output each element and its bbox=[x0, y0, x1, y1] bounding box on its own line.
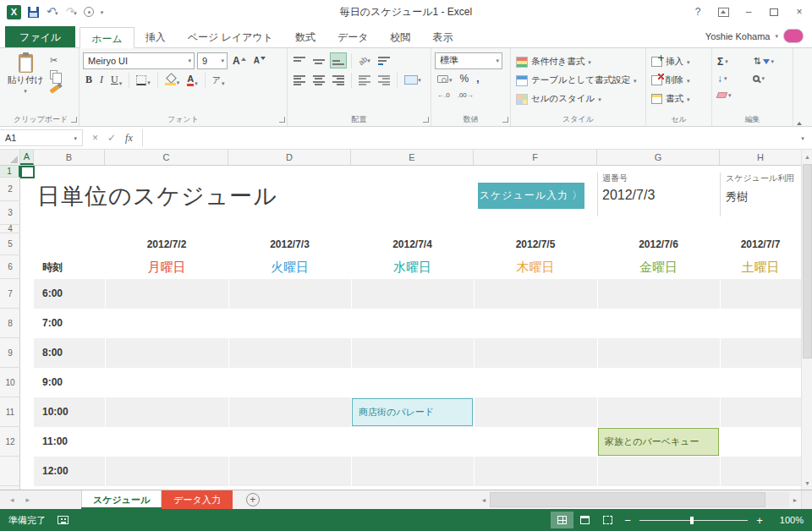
cut-button[interactable]: ✂ bbox=[50, 55, 59, 66]
tab-formulas[interactable]: 数式 bbox=[284, 26, 326, 47]
name-box[interactable]: A1 ▾ bbox=[0, 129, 83, 146]
sheet-nav-left-icon[interactable]: ◂ bbox=[10, 495, 14, 504]
comma-style-button[interactable]: , bbox=[474, 72, 481, 85]
align-right-button[interactable] bbox=[330, 72, 347, 88]
active-cell-a1[interactable] bbox=[20, 166, 35, 178]
day-cell-tue[interactable]: 火曜日 bbox=[228, 255, 351, 279]
row-header-8[interactable]: 8 bbox=[0, 309, 20, 338]
align-center-button[interactable] bbox=[310, 72, 327, 88]
row-header-12[interactable]: 12 bbox=[0, 427, 20, 457]
day-cell-fri[interactable]: 金曜日 bbox=[597, 255, 720, 279]
orientation-button[interactable]: ab▾ bbox=[356, 52, 373, 68]
column-header-b[interactable]: B bbox=[34, 150, 105, 165]
sheet-nav-right-icon[interactable]: ▸ bbox=[26, 495, 30, 504]
page-break-view-button[interactable] bbox=[596, 512, 619, 528]
align-left-button[interactable] bbox=[291, 72, 308, 88]
horizontal-scrollbar[interactable]: ◄ ► bbox=[478, 492, 801, 507]
customize-qat-icon[interactable]: ▾ bbox=[101, 9, 104, 15]
find-select-button[interactable]: ▾ bbox=[753, 71, 787, 85]
schedule-title[interactable]: 日単位のスケジュール bbox=[37, 178, 277, 215]
clear-button[interactable]: ▾ bbox=[717, 88, 744, 102]
column-header-g[interactable]: G bbox=[597, 150, 720, 165]
schedule-input-button[interactable]: スケジュール入力 〉 bbox=[478, 183, 584, 209]
time-cell-1200[interactable]: 12:00 bbox=[34, 457, 105, 486]
column-header-c[interactable]: C bbox=[105, 150, 228, 165]
autosum-button[interactable]: Σ▾ bbox=[717, 54, 744, 68]
time-cell-800[interactable]: 8:00 bbox=[34, 338, 105, 368]
phonetic-guide-button[interactable]: ア▾ bbox=[210, 74, 228, 87]
paste-button[interactable]: 貼り付け ▾ bbox=[5, 51, 46, 94]
tab-home[interactable]: ホーム bbox=[80, 27, 134, 48]
row-header-11[interactable]: 11 bbox=[0, 397, 20, 427]
font-size-combo[interactable]: 9▾ bbox=[197, 52, 228, 69]
macro-record-icon[interactable] bbox=[58, 516, 69, 524]
vertical-scrollbar[interactable]: ▲ ▼ bbox=[801, 150, 812, 490]
font-color-button[interactable]: A▾ bbox=[184, 73, 200, 87]
number-format-combo[interactable]: 標準▾ bbox=[435, 52, 502, 69]
date-cell-fri[interactable]: 2012/7/6 bbox=[597, 233, 720, 255]
increase-decimal-button[interactable]: ←.0 bbox=[435, 90, 453, 100]
tab-view[interactable]: 表示 bbox=[422, 26, 464, 47]
save-icon[interactable] bbox=[28, 7, 39, 18]
sheet-tab-schedule[interactable]: スケジュール bbox=[81, 490, 162, 509]
page-layout-view-button[interactable] bbox=[573, 512, 596, 528]
week-number-block[interactable]: 週番号 2012/7/3 bbox=[602, 172, 712, 203]
scroll-right-icon[interactable]: ► bbox=[789, 492, 801, 507]
zoom-slider-thumb[interactable] bbox=[690, 517, 694, 524]
tab-page-layout[interactable]: ページ レイアウト bbox=[177, 26, 284, 47]
tab-file[interactable]: ファイル bbox=[5, 26, 75, 47]
hour-row-6[interactable] bbox=[34, 279, 801, 309]
tab-data[interactable]: データ bbox=[326, 26, 380, 47]
sheet-tab-data-entry[interactable]: データ入力 bbox=[162, 490, 233, 509]
format-as-table-button[interactable]: テーブルとして書式設定▾ bbox=[514, 71, 642, 90]
borders-button[interactable]: ▾ bbox=[134, 74, 153, 86]
column-header-f[interactable]: F bbox=[474, 150, 597, 165]
day-cell-wed[interactable]: 水曜日 bbox=[351, 255, 474, 279]
hour-row-7[interactable] bbox=[34, 309, 801, 338]
ribbon-display-options-button[interactable] bbox=[710, 0, 736, 24]
percent-style-button[interactable]: % bbox=[458, 72, 472, 85]
hour-row-8[interactable] bbox=[34, 338, 801, 368]
italic-button[interactable]: I bbox=[97, 73, 106, 87]
delete-cells-button[interactable]: 削除▾ bbox=[650, 71, 708, 90]
normal-view-button[interactable] bbox=[551, 512, 573, 528]
vertical-scroll-thumb[interactable] bbox=[803, 164, 812, 359]
time-column-header[interactable]: 時刻 bbox=[34, 255, 105, 279]
event-bbq[interactable]: 家族とのバーベキュー bbox=[598, 428, 719, 456]
row-header-9[interactable]: 9 bbox=[0, 338, 20, 368]
enter-entry-icon[interactable]: ✓ bbox=[107, 132, 116, 144]
account-menu[interactable]: Yoshie Kohama ▾ bbox=[705, 29, 804, 43]
time-cell-700[interactable]: 7:00 bbox=[34, 309, 105, 338]
decrease-decimal-button[interactable]: .00→ bbox=[455, 90, 476, 100]
date-cell-tue[interactable]: 2012/7/3 bbox=[228, 233, 351, 255]
hour-row-9[interactable] bbox=[34, 368, 801, 397]
row-header-7[interactable]: 7 bbox=[0, 279, 20, 309]
copy-button[interactable] bbox=[50, 69, 59, 80]
hour-row-12[interactable] bbox=[34, 457, 801, 486]
font-family-combo[interactable]: Meiryo UI▾ bbox=[83, 52, 195, 69]
format-painter-button[interactable] bbox=[50, 84, 59, 95]
avatar[interactable] bbox=[783, 29, 804, 43]
touch-mouse-mode-icon[interactable] bbox=[84, 7, 94, 17]
conditional-formatting-button[interactable]: 条件付き書式▾ bbox=[514, 52, 642, 71]
insert-function-icon[interactable]: fx bbox=[125, 132, 133, 145]
time-cell-600[interactable]: 6:00 bbox=[34, 279, 105, 309]
row-header-6[interactable]: 6 bbox=[0, 255, 20, 279]
number-dialog-launcher-icon[interactable] bbox=[502, 117, 508, 123]
decrease-indent-button[interactable] bbox=[356, 72, 373, 88]
sort-filter-button[interactable]: ⇅▾ bbox=[753, 54, 787, 68]
underline-button[interactable]: U▾ bbox=[108, 73, 124, 87]
date-cell-sat[interactable]: 2012/7/7 bbox=[720, 233, 801, 255]
align-middle-button[interactable] bbox=[310, 52, 327, 68]
schedule-owner-block[interactable]: スケジュール利用 秀樹 bbox=[726, 172, 800, 205]
increase-indent-button[interactable] bbox=[376, 72, 392, 88]
tab-insert[interactable]: 挿入 bbox=[134, 26, 177, 47]
merge-center-button[interactable]: ▾ bbox=[402, 72, 424, 88]
scroll-left-icon[interactable]: ◄ bbox=[478, 492, 490, 507]
date-cell-mon[interactable]: 2012/7/2 bbox=[105, 233, 228, 255]
excel-logo-icon[interactable]: X bbox=[7, 5, 21, 19]
increase-font-size-button[interactable]: A bbox=[230, 54, 249, 68]
minimize-button[interactable]: – bbox=[736, 0, 761, 24]
zoom-in-button[interactable]: + bbox=[751, 514, 768, 527]
clipboard-dialog-launcher-icon[interactable] bbox=[71, 117, 77, 123]
